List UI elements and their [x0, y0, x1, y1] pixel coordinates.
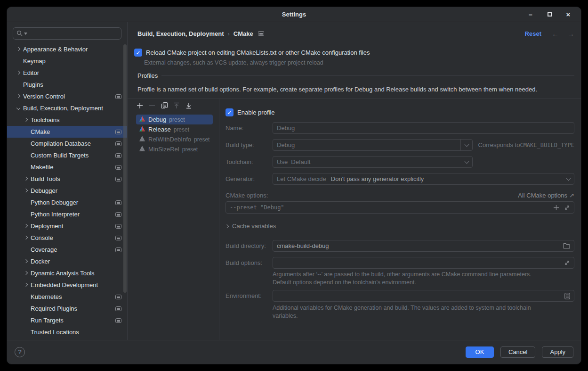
- search-history-chevron-icon[interactable]: [24, 33, 27, 35]
- build-options-input[interactable]: [273, 257, 574, 269]
- sidebar-item[interactable]: Appearance & Behavior: [7, 43, 127, 55]
- tree-chevron-icon[interactable]: [22, 225, 30, 227]
- move-down-button[interactable]: [185, 102, 193, 109]
- sidebar-item[interactable]: CMake: [7, 126, 127, 138]
- sidebar-item[interactable]: Kubernetes: [7, 291, 127, 303]
- chevron-down-icon[interactable]: [465, 159, 469, 164]
- tree-chevron-icon[interactable]: [22, 166, 30, 168]
- profile-list-item[interactable]: Release preset: [136, 124, 213, 134]
- profile-list-item[interactable]: Debug preset: [136, 115, 213, 124]
- sidebar-item[interactable]: Trusted Locations: [7, 326, 127, 338]
- remove-profile-button[interactable]: [148, 102, 156, 109]
- reset-button[interactable]: Reset: [525, 30, 541, 37]
- sidebar-item[interactable]: Embedded Development: [7, 279, 127, 291]
- apply-button[interactable]: Apply: [542, 346, 573, 358]
- expand-field-icon[interactable]: [564, 260, 570, 266]
- tree-chevron-icon[interactable]: [22, 201, 30, 204]
- sidebar-item[interactable]: Version Control: [7, 91, 127, 102]
- tree-chevron-icon[interactable]: [22, 237, 30, 239]
- sidebar-item[interactable]: Dynamic Analysis Tools: [7, 267, 127, 279]
- environment-input[interactable]: [273, 290, 574, 302]
- profile-list-item[interactable]: RelWithDebInfo preset: [136, 134, 213, 144]
- tree-chevron-icon[interactable]: [15, 60, 22, 62]
- sidebar-item[interactable]: Python Interpreter: [7, 208, 127, 220]
- tree-chevron-icon[interactable]: [22, 154, 30, 157]
- add-profile-button[interactable]: [136, 102, 144, 109]
- sidebar-item[interactable]: Toolchains: [7, 114, 127, 126]
- tree-chevron-icon[interactable]: [22, 260, 30, 263]
- tree-chevron-icon[interactable]: [22, 131, 30, 133]
- sidebar-item-label: Build, Execution, Deployment: [23, 105, 103, 112]
- cache-variables-section[interactable]: Cache variables: [226, 223, 574, 230]
- sidebar-scrollbar-thumb[interactable]: [123, 44, 127, 293]
- reload-cmake-checkbox[interactable]: ✓: [134, 49, 142, 57]
- name-value: Debug: [277, 124, 295, 132]
- generator-extra: Don't pass any generator explicitly: [331, 175, 424, 182]
- ok-button[interactable]: OK: [466, 346, 494, 358]
- tree-chevron-icon[interactable]: [22, 190, 30, 192]
- chevron-down-icon[interactable]: [465, 142, 469, 147]
- sidebar-item[interactable]: Editor: [7, 67, 127, 79]
- tree-chevron-icon[interactable]: [15, 107, 22, 109]
- tree-chevron-icon[interactable]: [22, 272, 30, 274]
- sidebar-item[interactable]: Plugins: [7, 79, 127, 91]
- close-icon[interactable]: ×: [565, 11, 572, 18]
- toolchain-select[interactable]: Use Default: [273, 156, 473, 168]
- tree-chevron-icon[interactable]: [22, 284, 30, 286]
- copy-profile-button[interactable]: [161, 102, 168, 109]
- sidebar-item[interactable]: Deployment: [7, 220, 127, 232]
- sidebar-item[interactable]: Debugger: [7, 185, 127, 197]
- add-option-icon[interactable]: [553, 205, 559, 211]
- sidebar-item[interactable]: Build Tools: [7, 173, 127, 185]
- profiles-description: Profile is a named set of build options.…: [137, 86, 537, 93]
- minimize-icon[interactable]: –: [527, 11, 534, 18]
- sidebar-item[interactable]: Build, Execution, Deployment: [7, 102, 127, 114]
- build-directory-input[interactable]: cmake-build-debug: [273, 240, 574, 252]
- sidebar-item[interactable]: Custom Build Targets: [7, 149, 127, 161]
- maximize-icon[interactable]: [546, 11, 553, 18]
- tree-chevron-icon[interactable]: [22, 178, 30, 180]
- sidebar-item[interactable]: Compilation Database: [7, 138, 127, 149]
- tree-chevron-icon[interactable]: [22, 296, 30, 298]
- forward-icon[interactable]: →: [567, 30, 574, 38]
- sidebar-item[interactable]: Run Targets: [7, 314, 127, 326]
- sidebar-item[interactable]: Coverage: [7, 244, 127, 256]
- folder-icon[interactable]: [563, 243, 570, 249]
- tree-chevron-icon[interactable]: [15, 95, 22, 98]
- expand-field-icon[interactable]: [564, 205, 570, 211]
- cmake-options-input[interactable]: --preset "Debug": [226, 201, 574, 214]
- all-cmake-options-link[interactable]: All CMake options↗: [518, 192, 574, 199]
- tree-chevron-icon[interactable]: [22, 213, 30, 215]
- tree-chevron-icon[interactable]: [22, 119, 30, 121]
- move-up-button[interactable]: [173, 102, 180, 109]
- variables-list-icon[interactable]: [564, 293, 570, 299]
- tree-chevron-icon[interactable]: [15, 83, 22, 86]
- enable-profile-checkbox[interactable]: ✓: [226, 108, 234, 116]
- generator-select[interactable]: Let CMake decide Don't pass any generato…: [273, 173, 574, 185]
- name-input[interactable]: Debug: [273, 122, 574, 134]
- chevron-down-icon[interactable]: [566, 176, 571, 181]
- back-icon[interactable]: ←: [552, 30, 559, 38]
- sidebar-item[interactable]: Makefile: [7, 161, 127, 173]
- tree-chevron-icon[interactable]: [15, 72, 22, 74]
- title-bar[interactable]: Settings – ×: [7, 7, 581, 22]
- sidebar-item[interactable]: Console: [7, 232, 127, 244]
- tree-chevron-icon[interactable]: [22, 307, 30, 310]
- tree-chevron-icon[interactable]: [22, 331, 30, 333]
- search-field[interactable]: [28, 30, 118, 38]
- sidebar-item[interactable]: Required Plugins: [7, 303, 127, 314]
- sidebar-item[interactable]: Python Debugger: [7, 197, 127, 208]
- cancel-button[interactable]: Cancel: [500, 346, 535, 358]
- build-type-select[interactable]: Debug: [273, 139, 473, 151]
- sidebar-item[interactable]: Keymap: [7, 55, 127, 67]
- profile-list-item[interactable]: MinSizeRel preset: [136, 144, 213, 154]
- tree-chevron-icon[interactable]: [22, 248, 30, 251]
- tree-chevron-icon[interactable]: [22, 142, 30, 145]
- help-icon[interactable]: ?: [15, 347, 25, 357]
- sidebar-item[interactable]: Docker: [7, 256, 127, 267]
- search-input[interactable]: [13, 27, 121, 40]
- tree-chevron-icon[interactable]: [15, 48, 22, 50]
- project-level-icon: [115, 94, 121, 99]
- breadcrumb-parent[interactable]: Build, Execution, Deployment: [137, 30, 224, 37]
- tree-chevron-icon[interactable]: [22, 319, 30, 322]
